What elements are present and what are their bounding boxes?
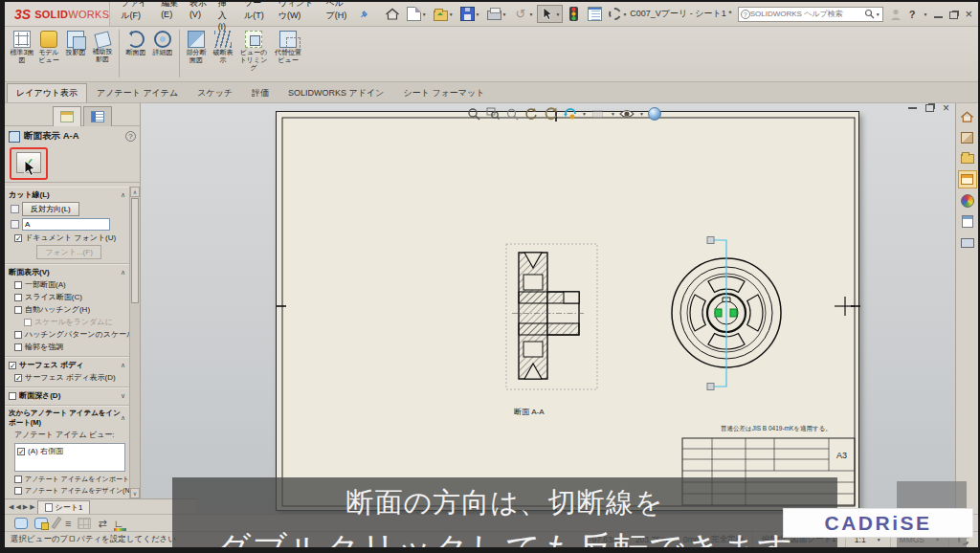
slice-section-checkbox[interactable]: スライス断面(C)	[5, 291, 129, 303]
expand-chevron-icon[interactable]: ∨	[121, 392, 125, 400]
rebuild-button[interactable]	[564, 5, 584, 23]
menu-file[interactable]: ファイル(F)	[116, 2, 156, 34]
rotate-view-icon[interactable]	[523, 106, 539, 122]
help-caret-icon[interactable]: ▼	[923, 11, 927, 17]
dropdown-caret-icon[interactable]: ▼	[422, 11, 427, 17]
zoom-to-fit-icon[interactable]	[466, 106, 481, 122]
tab-evaluate[interactable]: 評価	[242, 83, 278, 102]
print-button[interactable]: ▼	[484, 6, 510, 22]
tab-sheet-format[interactable]: シート フォーマット	[393, 83, 494, 102]
taskpane-appearances-button[interactable]	[958, 191, 977, 210]
taskpane-custom-properties-button[interactable]	[958, 212, 977, 231]
section-view-a-a[interactable]	[512, 253, 585, 379]
group-header-import-annotations[interactable]: 次からアノテート アイテムをインポート(M)∧	[5, 406, 129, 429]
cut-line-green-handle-left[interactable]	[715, 309, 722, 317]
panel-help-icon[interactable]: ?	[125, 131, 136, 142]
reorder-arrows-icon[interactable]: ⇄	[98, 518, 106, 529]
collapse-chevron-icon[interactable]: ∧	[121, 191, 125, 199]
annotation-view-item[interactable]: ✓(A) 右側面	[15, 444, 124, 458]
scroll-down-arrow[interactable]: ∨	[130, 488, 140, 498]
sheet-tab[interactable]: シート1	[37, 500, 91, 514]
import-annotations-checkbox[interactable]: アノテート アイテムをインポート(I)	[5, 474, 129, 485]
file-properties-button[interactable]	[585, 5, 605, 23]
restore-button[interactable]	[949, 11, 958, 19]
undo-button[interactable]: ↺▼	[510, 5, 536, 23]
minimize-button[interactable]	[934, 16, 943, 18]
dropdown-caret-icon[interactable]: ▼	[476, 11, 480, 17]
dropdown-caret-icon[interactable]: ▼	[449, 11, 454, 17]
graphics-area[interactable]: ▼ ▼ ▼ ×	[141, 103, 978, 514]
drawing-sheet[interactable]: 断面 A-A	[276, 111, 859, 511]
save-button[interactable]: ▼	[457, 5, 483, 23]
standard-3-view-button[interactable]: 標準3面図	[10, 28, 34, 64]
group-header-section-depth[interactable]: 断面深さ(D)∨	[5, 387, 129, 402]
emphasize-outline-checkbox[interactable]: 輪郭を強調	[5, 341, 129, 353]
sheet-nav-last-icon[interactable]: ▶	[30, 503, 34, 511]
auto-hatching-checkbox[interactable]: 自動ハッチング(H)	[5, 303, 129, 316]
document-font-checkbox[interactable]: ✓ドキュメント フォント(U)	[5, 232, 129, 244]
lines-icon[interactable]: ≡	[65, 518, 71, 529]
model-view-button[interactable]: モデル ビュー	[36, 28, 61, 64]
checkbox-checked-icon[interactable]: ✓	[9, 362, 16, 369]
taskpane-view-palette-button[interactable]	[958, 170, 977, 188]
cut-line-top-handle[interactable]	[707, 237, 714, 244]
menu-edit[interactable]: 編集(E)	[156, 2, 185, 34]
tab-view-layout[interactable]: レイアウト表示	[7, 83, 87, 102]
search-caret-icon[interactable]: ▼	[876, 11, 880, 17]
surface-body-display-checkbox[interactable]: ✓サーフェス ボディ表示(D)	[5, 371, 129, 384]
propertymanager-tab[interactable]	[53, 106, 81, 126]
taskpane-forum-button[interactable]	[958, 233, 977, 252]
projected-view-button[interactable]: 投影図	[63, 28, 88, 56]
scrollbar-thumb[interactable]	[131, 198, 139, 303]
select-tool-button[interactable]: ▼	[537, 5, 563, 23]
comment-edit-icon[interactable]	[34, 518, 48, 529]
open-button[interactable]: ▼	[431, 6, 457, 23]
comment-icon[interactable]	[14, 518, 28, 529]
collapse-chevron-icon[interactable]: ∧	[121, 269, 125, 276]
section-view-tool-icon[interactable]	[562, 106, 577, 122]
close-button[interactable]: ×	[965, 10, 972, 19]
menu-help[interactable]: ヘルプ(H)	[322, 2, 356, 34]
taskpane-3d-content-button[interactable]	[958, 128, 977, 146]
crop-view-button[interactable]: ビューの トリミング	[237, 28, 270, 72]
collapse-chevron-icon[interactable]: ∧	[121, 362, 125, 369]
panel-scrollbar[interactable]: ∧ ∨	[129, 187, 140, 498]
hide-show-caret-icon[interactable]: ▼	[639, 111, 644, 117]
home-button[interactable]	[382, 5, 403, 23]
menu-view[interactable]: 表示(V)	[185, 2, 213, 34]
search-input[interactable]	[750, 10, 864, 18]
group-header-section-display[interactable]: 断面表示(V)∧	[5, 264, 129, 278]
tab-sketch[interactable]: スケッチ	[188, 83, 242, 102]
section-caret-icon[interactable]: ▼	[582, 111, 587, 117]
section-label-input[interactable]	[22, 218, 110, 231]
coordinate-system-icon[interactable]: ∟	[114, 518, 124, 529]
annotation-view-listbox[interactable]: ✓(A) 右側面	[14, 443, 125, 472]
options-button[interactable]: ▼	[606, 6, 630, 22]
menu-window[interactable]: ウィンドウ(W)	[274, 2, 322, 34]
user-account-icon[interactable]	[889, 8, 902, 21]
doc-minimize-icon[interactable]	[908, 107, 917, 109]
flip-direction-button[interactable]: 反対方向(L)	[22, 202, 79, 216]
partial-section-checkbox[interactable]: 一部断面(A)	[5, 278, 129, 291]
zoom-to-area-icon[interactable]	[485, 106, 501, 122]
group-header-cut-line[interactable]: カット線(L)∧	[5, 187, 129, 201]
apply-scene-icon[interactable]	[648, 107, 661, 121]
dropdown-caret-icon[interactable]: ▼	[502, 11, 507, 17]
tab-annotation[interactable]: アノテート アイテム	[87, 83, 188, 102]
scroll-up-arrow[interactable]: ∧	[130, 187, 140, 197]
design-annotations-checkbox[interactable]: アノテート アイテムをデザイン(N)	[5, 485, 129, 497]
dropdown-caret-icon[interactable]: ▼	[555, 11, 560, 17]
hide-show-items-icon[interactable]	[619, 106, 635, 122]
featuremanager-tab[interactable]	[83, 106, 112, 126]
taskpane-design-library-button[interactable]	[958, 149, 977, 167]
doc-restore-icon[interactable]	[925, 104, 934, 112]
taskpane-home-button[interactable]	[958, 107, 977, 125]
help-search-box[interactable]: ? ▼	[738, 7, 883, 22]
sheet-nav-first-icon[interactable]: ◀	[9, 503, 13, 511]
sheet-nav-next-icon[interactable]: ▶	[23, 503, 28, 511]
sheet-nav-prev-icon[interactable]: ◀	[15, 503, 20, 511]
menu-tools[interactable]: ツール(T)	[239, 2, 274, 34]
hatch-pattern-scale-checkbox[interactable]: ハッチングパターンのスケール	[5, 328, 129, 341]
checkbox-checked-icon[interactable]: ✓	[17, 448, 25, 455]
search-icon[interactable]	[864, 9, 875, 19]
